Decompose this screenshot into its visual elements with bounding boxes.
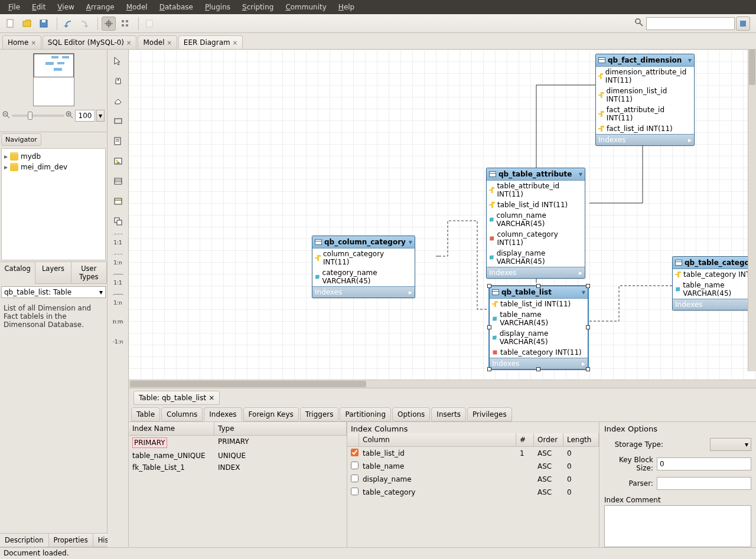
er-table-qb-table-category[interactable]: qb_table_category▾ table_category INT(11… xyxy=(672,256,756,310)
close-icon[interactable]: × xyxy=(233,40,237,46)
layer-tool[interactable] xyxy=(110,113,126,129)
index-comment-textarea[interactable] xyxy=(604,505,751,547)
close-icon[interactable]: × xyxy=(126,40,131,46)
vertical-scrollbar[interactable] xyxy=(748,50,756,371)
col-header-index-name[interactable]: Index Name xyxy=(129,422,214,435)
rel-1-1[interactable]: 1:1 xyxy=(113,274,123,289)
subtab-triggers[interactable]: Triggers xyxy=(300,407,339,421)
menu-database[interactable]: Database xyxy=(154,3,199,11)
expand-icon[interactable]: ▸ xyxy=(582,359,585,368)
description-text[interactable]: List of all Dimension and Fact tablels i… xyxy=(1,302,106,449)
side-tab-catalog[interactable]: Catalog xyxy=(0,261,35,284)
subtab-indexes[interactable]: Indexes xyxy=(204,407,242,421)
column-checkbox[interactable] xyxy=(351,462,359,469)
expand-icon[interactable]: ▸ xyxy=(579,269,582,277)
index-row[interactable]: table_name_UNIQUEUNIQUE xyxy=(129,450,347,462)
index-row[interactable]: fk_Table_List_1INDEX xyxy=(129,462,347,473)
pointer-tool[interactable] xyxy=(110,53,126,68)
undo-button[interactable] xyxy=(61,17,75,31)
save-button[interactable] xyxy=(37,17,51,31)
note-tool[interactable] xyxy=(110,133,126,149)
catalog-tree[interactable]: ▸mydb ▸mei_dim_dev xyxy=(1,148,106,260)
menu-file[interactable]: File xyxy=(2,3,26,11)
diagram-canvas[interactable]: qb_fact_dimension▾ dimension_attribute_i… xyxy=(129,50,756,380)
er-table-qb-table-attribute[interactable]: qb_table_attribute▾ table_attribute_id I… xyxy=(486,168,585,279)
er-table-qb-table-list[interactable]: qb_table_list▾ table_list_id INT(11) tab… xyxy=(489,286,588,370)
zoom-input[interactable] xyxy=(75,110,95,122)
subtab-options[interactable]: Options xyxy=(392,407,430,421)
side-tab-user-types[interactable]: User Types xyxy=(71,261,107,284)
col-header-length[interactable]: Length xyxy=(563,433,599,446)
menu-scripting[interactable]: Scripting xyxy=(236,3,279,11)
zoom-out-icon[interactable] xyxy=(2,111,11,121)
menu-arrange[interactable]: Arrange xyxy=(80,3,120,11)
menu-edit[interactable]: Edit xyxy=(26,3,51,11)
subtab-inserts[interactable]: Inserts xyxy=(431,407,466,421)
menu-community[interactable]: Community xyxy=(279,3,332,11)
close-icon[interactable]: × xyxy=(208,394,214,402)
column-checkbox[interactable] xyxy=(351,449,359,456)
col-header-column[interactable]: Column xyxy=(359,433,516,446)
redo-button[interactable] xyxy=(77,17,92,31)
column-checkbox[interactable] xyxy=(351,475,359,482)
rel-1-n-non[interactable]: 1:n xyxy=(113,254,123,269)
menu-help[interactable]: Help xyxy=(333,3,360,11)
index-column-row[interactable]: table_list_id1ASC0 xyxy=(347,447,599,460)
open-file-button[interactable] xyxy=(20,17,34,31)
er-table-qb-fact-dimension[interactable]: qb_fact_dimension▾ dimension_attribute_i… xyxy=(595,54,695,146)
navigator-thumbnail[interactable] xyxy=(33,53,74,106)
new-file-button[interactable] xyxy=(4,17,18,31)
index-list[interactable]: Index Name Type PRIMARYPRIMARY table_nam… xyxy=(129,422,347,547)
side-tab-layers[interactable]: Layers xyxy=(35,261,71,284)
chevron-down-icon[interactable]: ▾ xyxy=(688,56,692,64)
rel-1-n[interactable]: 1:n xyxy=(113,294,123,309)
routine-group-tool[interactable] xyxy=(110,214,126,229)
column-checkbox[interactable] xyxy=(351,488,359,495)
zoom-dropdown[interactable]: ▾ xyxy=(96,110,105,122)
table-tool[interactable] xyxy=(110,174,126,189)
horizontal-scrollbar[interactable] xyxy=(129,380,756,388)
rel-1-1-non[interactable]: 1:1 xyxy=(113,234,123,249)
view-tool[interactable] xyxy=(110,194,126,209)
index-column-row[interactable]: table_categoryASC0 xyxy=(347,486,599,499)
zoom-slider[interactable] xyxy=(12,115,64,117)
grid-toggle-button[interactable] xyxy=(118,17,132,31)
eraser-tool[interactable] xyxy=(110,93,126,109)
tab-model[interactable]: Model× xyxy=(138,35,177,49)
col-header-order[interactable]: Order xyxy=(534,433,563,446)
index-column-row[interactable]: display_nameASC0 xyxy=(347,473,599,486)
close-icon[interactable]: × xyxy=(31,40,35,46)
chevron-down-icon[interactable]: ▾ xyxy=(409,238,412,246)
menu-view[interactable]: View xyxy=(51,3,80,11)
chevron-down-icon[interactable]: ▾ xyxy=(582,288,585,296)
menu-model[interactable]: Model xyxy=(120,3,154,11)
image-tool[interactable] xyxy=(110,153,126,169)
search-input[interactable] xyxy=(646,17,735,30)
expand-icon[interactable]: ▸ xyxy=(409,288,412,296)
tab-sql-editor[interactable]: SQL Editor (MySQL-0)× xyxy=(43,35,137,49)
er-table-qb-column-category[interactable]: qb_column_category▾ column_category INT(… xyxy=(312,236,415,298)
subtab-table[interactable]: Table xyxy=(131,407,160,421)
index-column-row[interactable]: table_nameASC0 xyxy=(347,460,599,473)
index-row[interactable]: PRIMARYPRIMARY xyxy=(129,436,347,450)
subtab-partitioning[interactable]: Partitioning xyxy=(340,407,391,421)
rel-n-m[interactable]: n:m xyxy=(113,314,123,329)
storage-type-select[interactable]: ▾ xyxy=(710,438,751,451)
expand-icon[interactable]: ▸ xyxy=(688,136,692,144)
col-header-type[interactable]: Type xyxy=(214,422,347,435)
editor-tab-title[interactable]: Table: qb_table_list× xyxy=(133,391,220,405)
search-options-button[interactable] xyxy=(736,17,750,31)
subtab-columns[interactable]: Columns xyxy=(161,407,203,421)
close-icon[interactable]: × xyxy=(167,40,171,46)
side-tab-description[interactable]: Description xyxy=(0,533,49,547)
tree-item-mydb[interactable]: ▸mydb xyxy=(4,151,103,162)
menu-plugins[interactable]: Plugins xyxy=(199,3,236,11)
tab-home[interactable]: Home× xyxy=(2,35,41,49)
parser-input[interactable] xyxy=(657,477,751,490)
rel-existing[interactable]: 1:n xyxy=(113,334,123,349)
col-header-hash[interactable]: # xyxy=(516,433,534,446)
subtab-foreign-keys[interactable]: Foreign Keys xyxy=(243,407,299,421)
subtab-privileges[interactable]: Privileges xyxy=(467,407,512,421)
grid-align-button[interactable] xyxy=(102,17,116,31)
object-selector[interactable]: qb_table_list: Table▾ xyxy=(1,286,106,298)
